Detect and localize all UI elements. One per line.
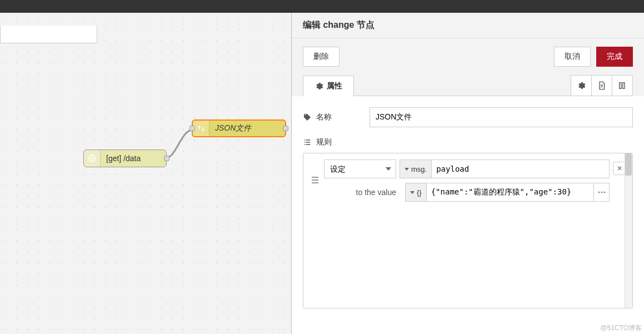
change-node-selected[interactable]: JSON文件 [192,119,286,137]
description-icon-button[interactable] [591,75,612,96]
svg-point-5 [603,192,605,193]
svg-rect-2 [623,83,625,89]
canvas-tab-strip[interactable] [0,26,97,43]
appearance-icon-button[interactable] [612,75,633,96]
file-icon [597,81,606,90]
tab-properties[interactable]: 属性 [303,76,354,97]
delete-button[interactable]: 删除 [303,47,340,67]
ellipsis-icon [598,191,606,193]
svg-rect-1 [620,83,621,89]
drag-handle-icon[interactable] [309,176,321,186]
gear-icon [577,81,586,90]
rule-property-input[interactable]: msg. [400,159,610,178]
input-port[interactable] [189,126,195,131]
output-port[interactable] [164,156,169,161]
name-label: 名称 [303,112,370,122]
http-in-node[interactable]: [get] /data [83,149,167,167]
settings-icon-button[interactable] [571,75,592,96]
node-label: JSON文件 [209,123,257,133]
list-icon [303,138,312,147]
tag-icon [303,113,312,122]
swap-icon [193,121,209,136]
globe-icon [84,150,101,167]
edit-panel: 编辑 change 节点 删除 取消 完成 属性 [291,13,644,334]
rule-value-input[interactable]: {} [405,183,610,202]
json-value-field[interactable] [427,183,593,201]
panel-tabs: 属性 [292,75,644,96]
cancel-button[interactable]: 取消 [554,47,591,67]
watermark: @51CTO博客 [600,323,642,333]
scrollbar[interactable] [625,153,632,308]
panel-title: 编辑 change 节点 [292,13,644,38]
caret-down-icon [405,168,409,171]
panel-toolbar: 删除 取消 完成 [292,38,644,75]
panel-body: 名称 规则 设定 [292,96,644,334]
name-input[interactable] [370,107,633,127]
scroll-thumb[interactable] [625,153,632,176]
expand-editor-button[interactable] [593,183,609,201]
property-field[interactable] [432,160,609,178]
svg-point-4 [601,192,602,193]
to-value-label: to the value [324,188,402,197]
done-button[interactable]: 完成 [596,47,633,67]
gear-icon [314,82,323,91]
columns-icon [618,81,627,90]
rule-item: 设定 msg. to the value [306,156,630,205]
rule-action-select[interactable]: 设定 [324,159,396,178]
tab-label: 属性 [327,81,342,91]
type-selector-json[interactable]: {} [406,183,427,201]
rules-list: 设定 msg. to the value [303,153,633,308]
rules-label: 规则 [303,137,370,147]
output-port[interactable] [283,126,288,131]
node-label: [get] /data [101,154,146,163]
caret-down-icon [410,191,415,194]
type-selector-msg[interactable]: msg. [400,160,432,178]
top-bar [0,0,644,13]
svg-point-3 [598,192,600,193]
